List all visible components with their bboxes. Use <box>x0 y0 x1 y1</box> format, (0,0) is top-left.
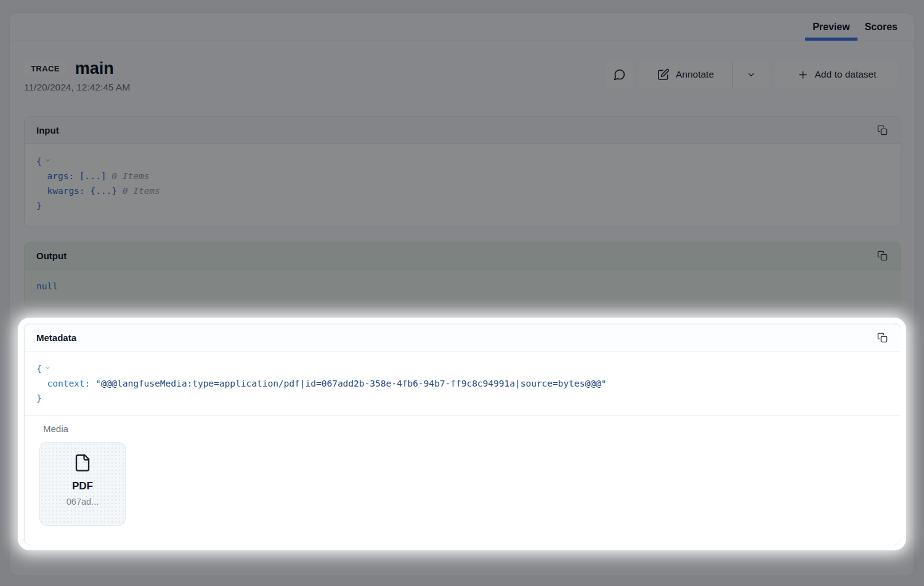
metadata-panel-title: Metadata <box>36 332 76 343</box>
annotate-split-button: Annotate <box>639 62 769 87</box>
trace-type-badge: TRACE <box>24 61 67 76</box>
media-file-id: 067ad... <box>67 497 99 507</box>
trace-detail-card: Preview Scores TRACE main 11/20/2024, 12… <box>9 12 915 576</box>
page-title: main <box>75 59 114 78</box>
input-panel: Input { args [...] 0 Items kwargs {...} … <box>24 116 901 227</box>
metadata-panel: Metadata { context "@@@langfuseMedia:typ… <box>24 324 901 545</box>
json-string-value: "@@@langfuseMedia:type=application/pdf|i… <box>95 379 606 388</box>
expand-chevron-icon[interactable] <box>44 153 51 168</box>
json-open-brace: { <box>36 364 42 374</box>
pen-square-icon <box>657 68 670 81</box>
json-item-count: 0 Items <box>123 186 160 196</box>
copy-icon <box>877 251 888 261</box>
trace-actions: Annotate Add to dataset <box>606 62 898 87</box>
trace-timestamp: 11/20/2024, 12:42:45 AM <box>24 82 130 93</box>
json-item-count: 0 Items <box>111 171 149 181</box>
copy-output-button[interactable] <box>876 249 889 262</box>
output-null-value: null <box>36 281 58 291</box>
chevron-down-icon <box>747 70 756 79</box>
media-section-label: Media <box>43 423 889 434</box>
add-to-dataset-label: Add to dataset <box>815 69 877 80</box>
copy-input-button[interactable] <box>876 124 889 137</box>
media-section: Media PDF 067ad... <box>25 415 901 526</box>
trace-header: TRACE main 11/20/2024, 12:42:45 AM <box>24 59 130 93</box>
view-tabbar: Preview Scores <box>10 13 914 41</box>
plus-icon <box>797 69 809 81</box>
media-pdf-card[interactable]: PDF 067ad... <box>39 442 126 526</box>
tab-preview[interactable]: Preview <box>805 13 857 41</box>
json-key: kwargs <box>47 186 84 196</box>
json-open-brace: { <box>36 156 42 166</box>
json-key: args <box>47 171 74 181</box>
input-panel-title: Input <box>36 125 59 135</box>
copy-icon <box>877 332 888 343</box>
message-circle-icon <box>613 68 626 81</box>
json-collapsed-value: [...] <box>79 171 107 181</box>
media-file-type: PDF <box>72 480 93 492</box>
input-json-viewer: { args [...] 0 Items kwargs {...} 0 Item… <box>25 144 901 222</box>
annotate-button-label: Annotate <box>676 69 714 80</box>
output-json-viewer: null <box>25 270 901 303</box>
output-panel: Output null <box>24 242 901 307</box>
comment-button[interactable] <box>606 62 633 87</box>
tab-scores[interactable]: Scores <box>857 13 905 41</box>
file-icon <box>73 452 92 473</box>
copy-icon <box>877 125 888 135</box>
tab-scores-label: Scores <box>865 22 898 33</box>
copy-metadata-button[interactable] <box>876 331 889 344</box>
expand-chevron-icon[interactable] <box>44 361 51 375</box>
metadata-json-viewer: { context "@@@langfuseMedia:type=applica… <box>25 351 901 415</box>
json-key: context <box>47 379 90 388</box>
json-close-brace: } <box>36 393 42 403</box>
annotate-dropdown-toggle[interactable] <box>733 62 769 87</box>
output-panel-title: Output <box>36 251 67 261</box>
add-to-dataset-button[interactable]: Add to dataset <box>776 62 898 87</box>
active-tab-underline <box>805 38 857 41</box>
annotate-button[interactable]: Annotate <box>639 62 732 87</box>
json-close-brace: } <box>36 201 42 211</box>
tab-preview-label: Preview <box>813 22 849 33</box>
json-collapsed-value: {...} <box>90 186 117 196</box>
